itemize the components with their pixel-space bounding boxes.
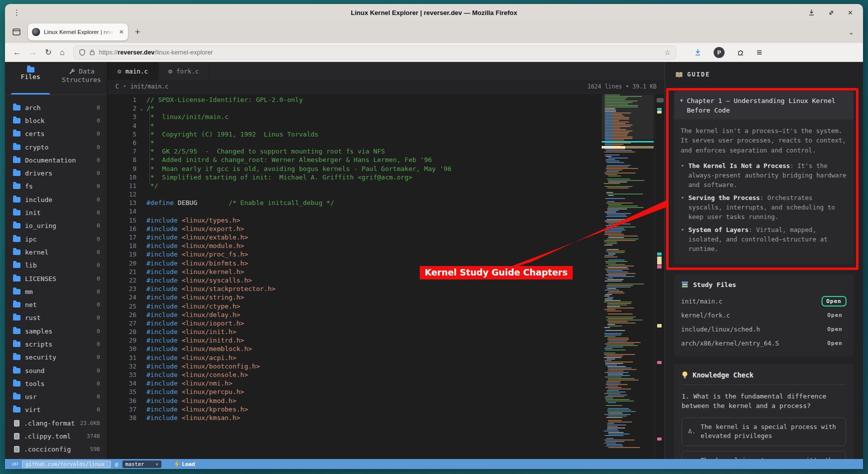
line-number: 27 xyxy=(107,319,136,328)
editor-tab-main.c[interactable]: ⚙main.c xyxy=(107,62,158,80)
site-favicon xyxy=(32,28,40,36)
tree-folder-row[interactable]: LICENSES0 xyxy=(5,272,107,285)
maximize-icon[interactable] xyxy=(828,10,835,16)
fold-caret-icon xyxy=(136,414,146,422)
folder-count: 0 xyxy=(96,394,100,400)
list-all-tabs-icon[interactable]: ⌄ xyxy=(849,28,854,36)
fold-caret-icon xyxy=(136,224,146,233)
folder-count: 0 xyxy=(96,210,100,216)
code-text: #include <linux/acpi.h> xyxy=(146,354,236,362)
open-button[interactable]: Open xyxy=(824,311,847,320)
back-icon[interactable]: ← xyxy=(13,48,21,57)
folder-icon xyxy=(13,328,20,334)
titlebar-download-icon[interactable] xyxy=(808,9,815,16)
folder-name: init xyxy=(25,209,40,216)
tree-folder-row[interactable]: tools0 xyxy=(5,377,107,390)
tree-folder-row[interactable]: sound0 xyxy=(5,364,107,377)
tree-folder-row[interactable]: certs0 xyxy=(5,128,107,140)
tree-folder-row[interactable]: init0 xyxy=(5,206,107,219)
tree-folder-row[interactable]: include0 xyxy=(5,193,107,206)
tree-file-row[interactable]: .cocciconfig59B xyxy=(5,443,107,456)
menu-hamburger-icon[interactable]: ≡ xyxy=(757,47,762,58)
tree-folder-row[interactable]: fs0 xyxy=(5,180,107,193)
sidebar-tab-files[interactable]: Files xyxy=(5,67,56,94)
sidebar-tab-data-structures[interactable]: DataStructures xyxy=(56,67,107,94)
tracking-shield-icon[interactable] xyxy=(79,49,85,56)
tree-folder-row[interactable]: ipc0 xyxy=(5,232,107,246)
open-button[interactable]: Open xyxy=(822,296,847,306)
tree-file-row[interactable]: .clippy.toml374B xyxy=(5,430,107,442)
tree-folder-row[interactable]: crypto0 xyxy=(5,140,107,154)
quiz-option[interactable]: B.The kernel is not a process—it's the s… xyxy=(682,451,846,459)
folder-icon xyxy=(13,315,20,320)
tree-folder-row[interactable]: block0 xyxy=(5,114,107,127)
file-icon xyxy=(14,420,19,426)
browser-tab-title: Linux Kernel Explorer | rever xyxy=(44,29,114,35)
tree-folder-row[interactable]: security0 xyxy=(5,351,107,364)
branch-select[interactable]: master ∨ xyxy=(122,460,161,468)
firefox-view-icon[interactable] xyxy=(12,28,21,36)
downloads-icon[interactable] xyxy=(694,48,702,56)
tab-close-icon[interactable]: ✕ xyxy=(119,28,124,36)
fold-caret-icon xyxy=(136,250,146,258)
books-icon xyxy=(681,281,689,288)
browser-tab[interactable]: Linux Kernel Explorer | rever ✕ xyxy=(28,24,128,40)
tree-folder-row[interactable]: io_uring0 xyxy=(5,220,107,232)
load-button[interactable]: Load xyxy=(174,460,195,468)
tree-folder-row[interactable]: arch0 xyxy=(5,101,107,114)
line-number: 12 xyxy=(107,190,136,198)
tree-folder-row[interactable]: rust0 xyxy=(5,312,107,324)
app-content: FilesDataStructures arch0block0certs0cry… xyxy=(5,62,863,459)
tree-folder-row[interactable]: net0 xyxy=(5,298,107,311)
close-icon[interactable]: ✕ xyxy=(848,9,853,16)
code-line: 31#include <linux/acpi.h> xyxy=(107,354,600,362)
open-button[interactable]: Open xyxy=(824,325,847,334)
reload-icon[interactable]: ↻ xyxy=(45,48,51,57)
folder-icon xyxy=(13,210,20,216)
profile-avatar[interactable]: P xyxy=(714,47,725,58)
chapter-header[interactable]: ▼ Chapter 1 — Understanding Linux Kernel… xyxy=(674,91,854,120)
repo-url-input[interactable] xyxy=(22,460,111,468)
open-button[interactable]: Open xyxy=(824,339,847,348)
bookmark-star-icon[interactable]: ☆ xyxy=(665,48,671,56)
chapter-card: ▼ Chapter 1 — Understanding Linux Kernel… xyxy=(674,91,854,264)
url-bar[interactable]: https://reverser.dev/linux-kernel-explor… xyxy=(73,46,676,60)
lock-icon[interactable] xyxy=(89,49,95,56)
code-text: #include <linux/ioport.h> xyxy=(146,319,244,328)
minimap[interactable] xyxy=(602,94,654,459)
folder-count: 0 xyxy=(96,157,100,164)
code-text: #include <linux/memblock.h> xyxy=(146,344,252,353)
fold-caret-icon[interactable]: ⌄ xyxy=(136,104,146,112)
tree-folder-row[interactable]: mm0 xyxy=(5,285,107,298)
line-number: 35 xyxy=(107,388,136,396)
file-stats: 1624 lines • 39.1 KB xyxy=(588,83,657,90)
tree-folder-row[interactable]: lib0 xyxy=(5,259,107,272)
forward-icon[interactable]: → xyxy=(29,48,37,57)
repo-statusbar: @ master ∨ Load xyxy=(5,459,863,469)
home-icon[interactable]: ⌂ xyxy=(59,48,64,57)
code-line: 17#include <linux/extable.h> xyxy=(107,233,600,242)
scrollbar-thumb[interactable] xyxy=(657,98,664,102)
folder-name: sound xyxy=(25,367,44,374)
line-number: 9 xyxy=(107,164,136,173)
lightning-icon xyxy=(174,460,179,468)
collapse-caret-icon[interactable]: ▼ xyxy=(680,96,683,115)
tree-folder-row[interactable]: Documentation0 xyxy=(5,154,107,166)
tree-folder-row[interactable]: virt0 xyxy=(5,404,107,416)
tree-folder-row[interactable]: kernel0 xyxy=(5,246,107,258)
code-line: 38#include <linux/kmsan.h> xyxy=(107,414,600,422)
folder-name: usr xyxy=(25,393,36,400)
tree-file-row[interactable]: .clang-format23.6KB xyxy=(5,416,107,430)
quiz-option[interactable]: A.The kernel is a special process with e… xyxy=(682,418,846,446)
tree-folder-row[interactable]: scripts0 xyxy=(5,338,107,350)
editor-tab-fork.c[interactable]: ⚙fork.c xyxy=(158,62,209,80)
tree-folder-row[interactable]: samples0 xyxy=(5,324,107,338)
tree-folder-row[interactable]: drivers0 xyxy=(5,166,107,180)
extensions-puzzle-icon[interactable] xyxy=(737,48,745,56)
quiz-option-letter: A. xyxy=(688,427,696,436)
minimap-viewport[interactable] xyxy=(602,94,654,140)
breadcrumb-path: init/main.c xyxy=(130,83,168,90)
new-tab-button[interactable]: + xyxy=(135,27,140,38)
code-text: #include <linux/binfmts.h> xyxy=(146,259,248,268)
tree-folder-row[interactable]: usr0 xyxy=(5,390,107,404)
